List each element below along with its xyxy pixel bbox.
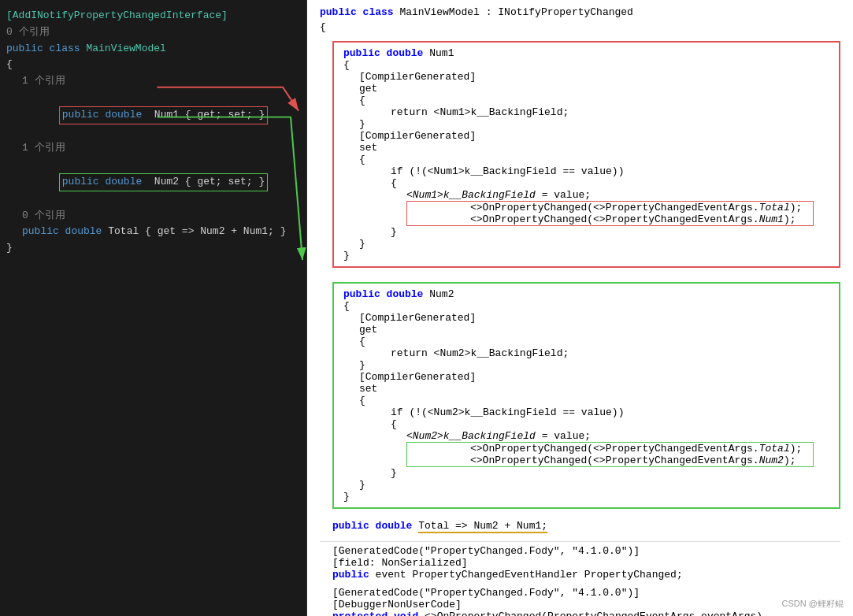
num1-if: if (!(<Num1>k__BackingField == value)) bbox=[343, 165, 829, 177]
num2-compiler-generated-2: [CompilerGenerated] bbox=[343, 371, 829, 383]
num2-get-close: } bbox=[343, 359, 829, 371]
num1-assign: <Num1>k__BackingField = value; bbox=[343, 189, 829, 201]
num1-opc-num1: <>OnPropertyChanged(<>PropertyChangedEve… bbox=[470, 213, 813, 225]
num2-opc-total: <>OnPropertyChanged(<>PropertyChangedEve… bbox=[470, 443, 813, 455]
num2-assign: <Num2>k__BackingField = value; bbox=[343, 430, 829, 442]
left-line-4: { bbox=[6, 57, 300, 73]
left-code-content: [AddINotifyPropertyChangedInterface] 0 个… bbox=[6, 8, 300, 257]
footer-generated-code-2: [GeneratedCode("PropertyChanged.Fody", "… bbox=[332, 587, 840, 599]
footer-protected-method: protected void <>OnPropertyChanged(Prope… bbox=[332, 610, 840, 616]
num2-set: set bbox=[343, 383, 829, 395]
num2-open: { bbox=[343, 300, 829, 312]
left-code-panel: [AddINotifyPropertyChangedInterface] 0 个… bbox=[0, 0, 307, 616]
num1-opc-total: <>OnPropertyChanged(<>PropertyChangedEve… bbox=[470, 202, 813, 213]
class-header: public class MainViewModel : INotifyProp… bbox=[320, 6, 840, 18]
num1-box: public double Num1 { [CompilerGenerated]… bbox=[332, 41, 840, 268]
num2-opc-num2: <>OnPropertyChanged(<>PropertyChangedEve… bbox=[470, 455, 813, 466]
num2-box: public double Num2 { [CompilerGenerated]… bbox=[332, 282, 840, 509]
num2-set-open: { bbox=[343, 395, 829, 406]
num1-set-close: } bbox=[343, 238, 829, 250]
footer-debugger-nonuser: [DebuggerNonUserCode] bbox=[332, 599, 840, 610]
footer-generated-code-1: [GeneratedCode("PropertyChanged.Fody", "… bbox=[332, 545, 840, 557]
num1-property-changed-box: <>OnPropertyChanged(<>PropertyChangedEve… bbox=[406, 201, 814, 226]
footer-field-nonserialized: [field: NonSerialized] bbox=[332, 557, 840, 569]
right-code-panel: public class MainViewModel : INotifyProp… bbox=[307, 0, 853, 616]
num2-if: if (!(<Num2>k__BackingField == value)) bbox=[343, 406, 829, 418]
num2-compiler-generated-1: [CompilerGenerated] bbox=[343, 312, 829, 324]
num2-set-close: } bbox=[343, 479, 829, 491]
open-brace-main: { bbox=[320, 21, 840, 33]
num1-set-open: { bbox=[343, 154, 829, 165]
left-line-6-num1: public double Num1 { get; set; } bbox=[6, 90, 300, 140]
num1-compiler-generated-2: [CompilerGenerated] bbox=[343, 130, 829, 142]
watermark: CSDN @鲤籽鲲 bbox=[782, 598, 844, 610]
num1-close: } bbox=[343, 250, 829, 262]
num1-set: set bbox=[343, 142, 829, 154]
left-line-10-total: public double Total { get => Num2 + Num1… bbox=[6, 224, 300, 240]
left-line-11: } bbox=[6, 240, 300, 257]
num1-return: return <Num1>k__BackingField; bbox=[343, 106, 829, 118]
total-line: public double Total => Num2 + Num1; bbox=[332, 520, 840, 532]
num1-header: public double Num1 bbox=[343, 47, 829, 59]
left-line-3: public class MainViewModel bbox=[6, 41, 300, 58]
num1-if-close: } bbox=[343, 226, 829, 238]
num1-get-open: { bbox=[343, 95, 829, 106]
footer-event-handler: public event PropertyChangedEventHandler… bbox=[332, 569, 840, 581]
left-line-2: 0 个引用 bbox=[6, 24, 300, 41]
num2-get: get bbox=[343, 324, 829, 336]
num1-get: get bbox=[343, 83, 829, 95]
left-line-9: 0 个引用 bbox=[6, 208, 300, 225]
num1-compiler-generated-1: [CompilerGenerated] bbox=[343, 71, 829, 83]
num2-if-open: { bbox=[343, 418, 829, 430]
num2-get-open: { bbox=[343, 336, 829, 347]
num2-header: public double Num2 bbox=[343, 288, 829, 300]
left-line-7: 1 个引用 bbox=[6, 140, 300, 157]
num2-property-changed-box: <>OnPropertyChanged(<>PropertyChangedEve… bbox=[406, 442, 814, 467]
num1-if-open: { bbox=[343, 177, 829, 189]
num1-open: { bbox=[343, 59, 829, 71]
num2-close: } bbox=[343, 491, 829, 503]
num1-get-close: } bbox=[343, 118, 829, 130]
left-line-5: 1 个引用 bbox=[6, 73, 300, 90]
num2-return: return <Num2>k__BackingField; bbox=[343, 347, 829, 359]
num2-if-close: } bbox=[343, 467, 829, 479]
left-line-8-num2: public double Num2 { get; set; } bbox=[6, 157, 300, 207]
left-line-1: [AddINotifyPropertyChangedInterface] bbox=[6, 8, 300, 24]
